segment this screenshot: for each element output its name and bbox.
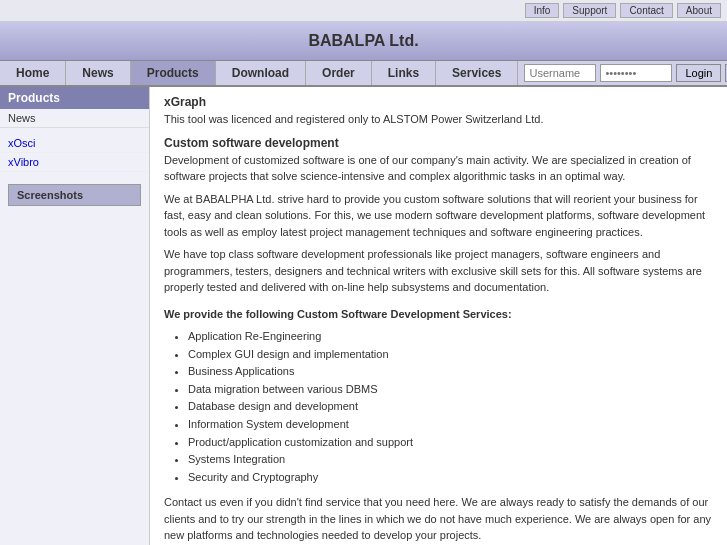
top-contact-button[interactable]: Contact [620, 3, 672, 18]
sidebar: Products News xOsci xVibro Screenshots [0, 87, 150, 545]
custom-p1: Development of customized software is on… [164, 152, 713, 185]
top-support-button[interactable]: Support [563, 3, 616, 18]
service-item-3: Business Applications [188, 363, 713, 381]
sidebar-xvibro-link[interactable]: xVibro [0, 153, 149, 172]
nav-login-area: Login Register [518, 61, 727, 85]
sidebar-xosci-link[interactable]: xOsci [0, 134, 149, 153]
main-layout: Products News xOsci xVibro Screenshots x… [0, 87, 727, 545]
sidebar-news-item[interactable]: News [0, 109, 149, 128]
site-title: BABALPA Ltd. [308, 32, 418, 49]
top-info-button[interactable]: Info [525, 3, 560, 18]
nav-download[interactable]: Download [216, 61, 306, 85]
nav-news[interactable]: News [66, 61, 130, 85]
nav-products[interactable]: Products [131, 61, 216, 85]
nav-order[interactable]: Order [306, 61, 372, 85]
service-item-1: Application Re-Engineering [188, 328, 713, 346]
nav-home[interactable]: Home [0, 61, 66, 85]
sidebar-screenshots-button[interactable]: Screenshots [8, 184, 141, 206]
custom-title: Custom software development [164, 136, 713, 150]
service-item-4: Data migration between various DBMS [188, 381, 713, 399]
service-item-2: Complex GUI design and implementation [188, 346, 713, 364]
nav-bar: Home News Products Download Order Links … [0, 61, 727, 87]
services-list: Application Re-Engineering Complex GUI d… [188, 328, 713, 486]
services-header: We provide the following Custom Software… [164, 306, 713, 323]
nav-services[interactable]: Services [436, 61, 518, 85]
login-button[interactable]: Login [676, 64, 721, 82]
username-input[interactable] [524, 64, 596, 82]
xgraph-text: This tool was licenced and registered on… [164, 111, 713, 128]
service-item-9: Security and Cryptography [188, 469, 713, 487]
service-item-5: Database design and development [188, 398, 713, 416]
service-item-6: Information System development [188, 416, 713, 434]
content-area: xGraph This tool was licenced and regist… [150, 87, 727, 545]
site-header: BABALPA Ltd. [0, 22, 727, 61]
xgraph-title: xGraph [164, 95, 713, 109]
sidebar-products-title: Products [0, 87, 149, 109]
password-input[interactable] [600, 64, 672, 82]
custom-p3: We have top class software development p… [164, 246, 713, 296]
custom-p2: We at BABALPHA Ltd. strive hard to provi… [164, 191, 713, 241]
service-item-7: Product/application customization and su… [188, 434, 713, 452]
contact-paragraph: Contact us even if you didn't find servi… [164, 494, 713, 544]
nav-links[interactable]: Links [372, 61, 436, 85]
service-item-8: Systems Integration [188, 451, 713, 469]
top-bar: Info Support Contact About [0, 0, 727, 22]
top-about-button[interactable]: About [677, 3, 721, 18]
